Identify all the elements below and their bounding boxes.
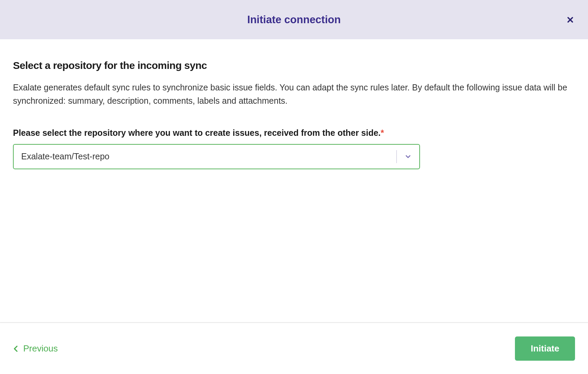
previous-button[interactable]: Previous bbox=[13, 343, 58, 354]
previous-button-label: Previous bbox=[23, 343, 58, 354]
modal-title: Initiate connection bbox=[247, 14, 341, 26]
modal-header: Initiate connection bbox=[0, 0, 588, 39]
field-label-text: Please select the repository where you w… bbox=[13, 128, 381, 138]
initiate-button[interactable]: Initiate bbox=[515, 336, 575, 361]
description-text: Exalate generates default sync rules to … bbox=[13, 81, 573, 107]
chevron-down-icon bbox=[404, 153, 412, 160]
select-chevron-container bbox=[397, 145, 419, 169]
modal-body: Select a repository for the incoming syn… bbox=[0, 39, 588, 322]
modal-footer: Previous Initiate bbox=[0, 323, 588, 374]
required-asterisk: * bbox=[381, 128, 384, 138]
close-button[interactable] bbox=[565, 15, 575, 25]
close-icon bbox=[566, 16, 574, 24]
section-heading: Select a repository for the incoming syn… bbox=[13, 60, 575, 71]
chevron-left-icon bbox=[13, 345, 18, 353]
repository-select-value: Exalate-team/Test-repo bbox=[14, 152, 396, 161]
repository-field-label: Please select the repository where you w… bbox=[13, 128, 575, 138]
repository-select[interactable]: Exalate-team/Test-repo bbox=[13, 144, 420, 169]
